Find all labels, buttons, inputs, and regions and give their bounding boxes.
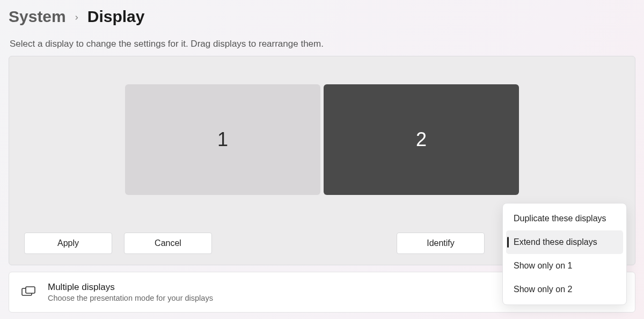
page-hint-text: Select a display to change the settings …	[9, 35, 635, 56]
mode-option-only-1[interactable]: Show only on 1	[506, 254, 623, 278]
mode-option-duplicate[interactable]: Duplicate these displays	[506, 207, 623, 230]
cancel-button[interactable]: Cancel	[124, 233, 212, 254]
breadcrumb: System Display	[9, 5, 635, 35]
mode-option-extend[interactable]: Extend these displays	[506, 230, 623, 254]
display-thumbnail-2[interactable]: 2	[324, 84, 519, 195]
display-thumbnail-1-label: 1	[217, 128, 228, 151]
display-thumbnail-1[interactable]: 1	[125, 84, 320, 195]
identify-button[interactable]: Identify	[397, 233, 485, 254]
mode-option-only-2-label: Show only on 2	[514, 285, 572, 294]
mode-option-only-1-label: Show only on 1	[514, 261, 572, 271]
identify-button-label: Identify	[427, 238, 455, 248]
apply-button-label: Apply	[57, 238, 79, 248]
mode-option-only-2[interactable]: Show only on 2	[506, 278, 623, 301]
display-mode-dropdown: Duplicate these displays Extend these di…	[502, 203, 627, 305]
cancel-button-label: Cancel	[155, 238, 181, 248]
chevron-right-icon	[74, 11, 80, 24]
svg-rect-1	[26, 287, 35, 293]
page-title: Display	[87, 8, 145, 26]
display-thumbnail-2-label: 2	[416, 128, 427, 151]
breadcrumb-parent-link[interactable]: System	[9, 8, 66, 26]
multiple-displays-subtitle: Choose the presentation mode for your di…	[48, 294, 213, 302]
mode-option-extend-label: Extend these displays	[514, 237, 597, 247]
apply-button[interactable]: Apply	[24, 233, 112, 254]
multiple-displays-title: Multiple displays	[48, 282, 213, 293]
multiple-displays-icon	[21, 286, 36, 299]
mode-option-duplicate-label: Duplicate these displays	[514, 214, 606, 223]
